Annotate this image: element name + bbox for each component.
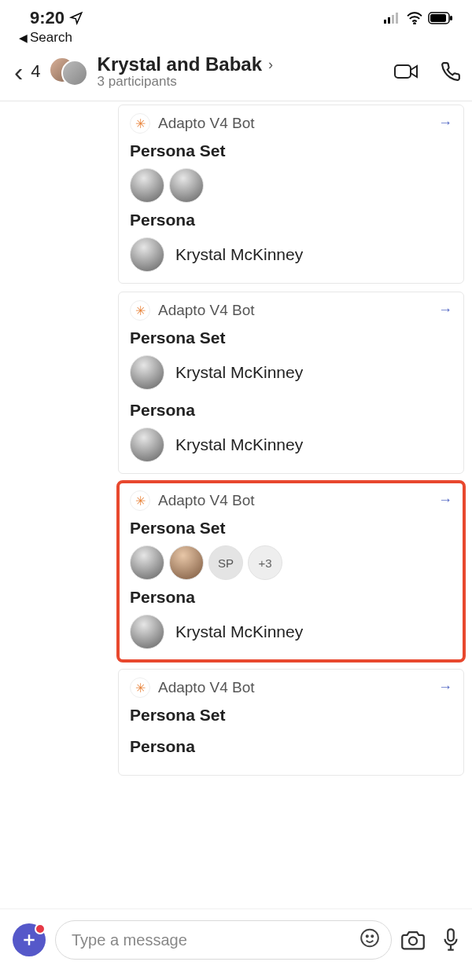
avatar bbox=[130, 428, 164, 462]
avatar bbox=[130, 615, 164, 649]
svg-rect-1 bbox=[388, 17, 390, 24]
persona-row: Krystal McKinney bbox=[130, 428, 452, 462]
add-attachment-button[interactable] bbox=[13, 923, 46, 956]
chat-title: Krystal and Babak bbox=[98, 53, 262, 75]
bot-name: Adapto V4 Bot bbox=[158, 115, 255, 132]
persona-set-facepile: SP +3 bbox=[130, 545, 452, 580]
avatar bbox=[130, 355, 164, 390]
wifi-icon bbox=[406, 12, 423, 24]
message-placeholder: Type a message bbox=[72, 931, 187, 949]
svg-rect-7 bbox=[450, 16, 452, 20]
plus-icon bbox=[21, 932, 37, 948]
svg-point-4 bbox=[414, 23, 415, 24]
avatar bbox=[130, 168, 164, 203]
svg-rect-8 bbox=[395, 65, 411, 78]
camera-button[interactable] bbox=[401, 930, 425, 950]
chat-title-block[interactable]: Krystal and Babak › 3 participants bbox=[98, 53, 389, 90]
persona-set-avatars bbox=[130, 168, 452, 203]
audio-call-button[interactable] bbox=[441, 61, 461, 82]
persona-name: Krystal McKinney bbox=[175, 245, 303, 264]
back-label: Search bbox=[30, 30, 72, 46]
persona-heading: Persona bbox=[130, 737, 452, 756]
avatar-initials: SP bbox=[208, 545, 243, 580]
bot-avatar-icon bbox=[130, 113, 150, 134]
persona-name: Krystal McKinney bbox=[175, 622, 303, 641]
chevron-right-icon: › bbox=[268, 57, 273, 73]
avatar bbox=[169, 168, 204, 203]
avatar bbox=[130, 545, 164, 580]
bot-name: Adapto V4 Bot bbox=[158, 302, 255, 319]
svg-rect-2 bbox=[392, 15, 394, 24]
svg-point-12 bbox=[409, 937, 417, 945]
svg-rect-13 bbox=[448, 929, 454, 941]
bot-card[interactable]: → Adapto V4 Bot Persona Set Persona Krys… bbox=[118, 105, 464, 284]
persona-heading: Persona bbox=[130, 211, 452, 229]
back-button[interactable]: ‹ bbox=[11, 57, 26, 87]
clock-text: 9:20 bbox=[30, 8, 65, 28]
bot-card[interactable]: → Adapto V4 Bot Persona Set Persona bbox=[118, 669, 464, 776]
bot-name: Adapto V4 Bot bbox=[158, 492, 255, 509]
persona-name: Krystal McKinney bbox=[175, 435, 303, 454]
bot-card-highlighted[interactable]: → Adapto V4 Bot Persona Set SP +3 Person… bbox=[118, 482, 464, 661]
bot-avatar-icon bbox=[130, 300, 150, 321]
status-bar: 9:20 bbox=[0, 0, 472, 30]
message-list[interactable]: → Adapto V4 Bot Persona Set Persona Krys… bbox=[0, 101, 472, 776]
open-card-icon[interactable]: → bbox=[438, 492, 452, 508]
battery-icon bbox=[428, 12, 453, 24]
persona-set-heading: Persona Set bbox=[130, 706, 452, 725]
bot-card[interactable]: → Adapto V4 Bot Persona Set Krystal McKi… bbox=[118, 292, 464, 474]
open-card-icon[interactable]: → bbox=[438, 115, 452, 131]
svg-point-11 bbox=[371, 935, 373, 937]
persona-row: Krystal McKinney bbox=[130, 237, 452, 272]
video-call-button[interactable] bbox=[393, 62, 420, 81]
persona-row: Krystal McKinney bbox=[130, 615, 452, 649]
svg-point-9 bbox=[361, 930, 378, 947]
persona-set-heading: Persona Set bbox=[130, 519, 452, 538]
avatar bbox=[169, 545, 204, 580]
unread-count: 4 bbox=[31, 61, 40, 82]
back-to-search[interactable]: ◀ Search bbox=[0, 30, 472, 47]
bot-avatar-icon bbox=[130, 490, 150, 511]
microphone-button[interactable] bbox=[442, 928, 459, 952]
avatar bbox=[61, 60, 88, 86]
persona-heading: Persona bbox=[130, 588, 452, 607]
open-card-icon[interactable]: → bbox=[438, 302, 452, 318]
bot-name: Adapto V4 Bot bbox=[158, 679, 255, 696]
open-card-icon[interactable]: → bbox=[438, 679, 452, 696]
svg-rect-0 bbox=[384, 20, 386, 24]
emoji-button[interactable] bbox=[360, 928, 380, 952]
persona-set-row: Krystal McKinney bbox=[130, 355, 452, 390]
chat-subtitle: 3 participants bbox=[98, 74, 389, 90]
svg-rect-3 bbox=[396, 13, 398, 24]
persona-set-heading: Persona Set bbox=[130, 141, 452, 160]
smiley-icon bbox=[360, 928, 380, 949]
status-time: 9:20 bbox=[30, 8, 83, 28]
bot-avatar-icon bbox=[130, 677, 150, 698]
message-input[interactable]: Type a message bbox=[55, 920, 392, 960]
avatar bbox=[130, 237, 164, 272]
compose-bar: Type a message bbox=[0, 908, 472, 980]
cell-signal-icon bbox=[384, 13, 401, 24]
svg-point-10 bbox=[367, 935, 368, 937]
back-arrow-icon: ◀ bbox=[19, 31, 28, 44]
persona-set-heading: Persona Set bbox=[130, 329, 452, 347]
persona-heading: Persona bbox=[130, 401, 452, 420]
svg-rect-6 bbox=[430, 14, 446, 22]
persona-set-name: Krystal McKinney bbox=[175, 363, 303, 382]
chat-header: ‹ 4 Krystal and Babak › 3 participants bbox=[0, 47, 472, 101]
status-icons bbox=[384, 12, 453, 24]
group-avatar[interactable] bbox=[49, 52, 88, 91]
location-icon bbox=[69, 11, 83, 25]
avatar-overflow[interactable]: +3 bbox=[248, 545, 282, 580]
